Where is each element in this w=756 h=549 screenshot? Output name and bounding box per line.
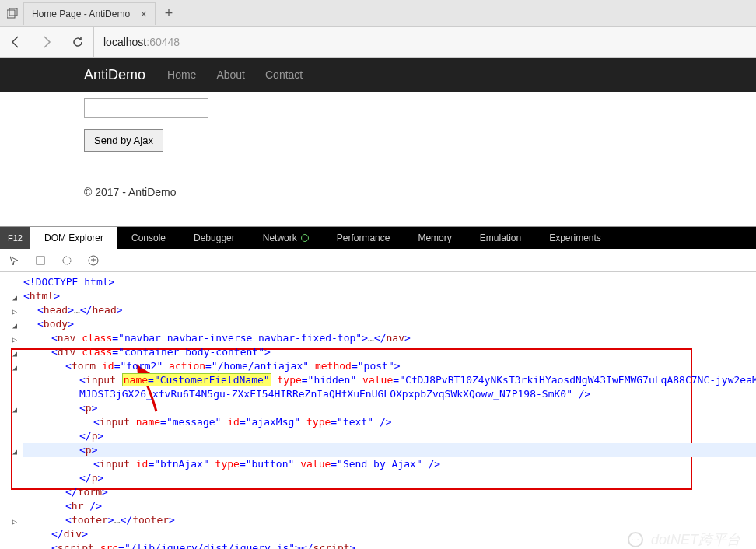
dom-line[interactable]: ▷<nav class="navbar navbar-inverse navba… bbox=[23, 331, 756, 345]
close-tab-icon[interactable]: × bbox=[141, 8, 147, 20]
url-host: localhost bbox=[103, 36, 146, 48]
expand-icon[interactable]: ▷ bbox=[12, 305, 17, 319]
expand-icon[interactable]: ◢ bbox=[12, 347, 17, 361]
brand[interactable]: AntiDemo bbox=[84, 67, 145, 83]
dom-line-selected[interactable]: ◢<p> bbox=[23, 443, 756, 457]
dom-line[interactable]: <input name="message" id="ajaxMsg" type=… bbox=[23, 415, 756, 429]
tab-bar: Home Page - AntiDemo × + bbox=[0, 0, 756, 26]
dom-line[interactable]: <input id="btnAjax" type="button" value=… bbox=[23, 457, 756, 471]
dom-line[interactable]: <hr /> bbox=[23, 499, 756, 513]
tab-title: Home Page - AntiDemo bbox=[32, 9, 133, 19]
forward-button[interactable] bbox=[31, 26, 62, 58]
devtools-panel: F12 DOM Explorer Console Debugger Networ… bbox=[0, 226, 756, 549]
refresh-button[interactable] bbox=[62, 26, 93, 58]
accessibility-icon[interactable] bbox=[87, 254, 100, 267]
tab-console[interactable]: Console bbox=[117, 227, 180, 249]
browser-tab[interactable]: Home Page - AntiDemo × bbox=[23, 2, 156, 25]
page-body: Send by Ajax © 2017 - AntiDemo bbox=[0, 92, 756, 198]
dom-line[interactable]: ◢<form id="form2" action="/home/antiajax… bbox=[23, 359, 756, 373]
dom-line[interactable]: ◢<p> bbox=[23, 401, 756, 415]
select-element-icon[interactable] bbox=[8, 254, 20, 267]
expand-icon[interactable]: ◢ bbox=[12, 361, 17, 375]
expand-icon[interactable]: ▷ bbox=[12, 333, 17, 347]
dom-line[interactable]: </p> bbox=[23, 429, 756, 443]
nav-contact[interactable]: Contact bbox=[265, 68, 303, 81]
svg-rect-0 bbox=[7, 10, 15, 18]
navigation-bar: localhost:60448 bbox=[0, 26, 756, 58]
address-bar[interactable]: localhost:60448 bbox=[93, 27, 756, 57]
tab-emulation[interactable]: Emulation bbox=[466, 227, 535, 249]
back-button[interactable] bbox=[0, 26, 31, 58]
nav-home[interactable]: Home bbox=[167, 68, 196, 81]
highlighted-attribute: name="CustomerFieldName" bbox=[122, 373, 271, 386]
dom-explorer: <!DOCTYPE html> ◢<html> ▷<head>…</head> … bbox=[0, 272, 756, 549]
dom-line[interactable]: ◢<body> bbox=[23, 317, 756, 331]
dom-line[interactable]: </p> bbox=[23, 471, 756, 485]
dom-line[interactable]: <!DOCTYPE html> bbox=[23, 275, 756, 289]
expand-icon[interactable]: ◢ bbox=[12, 403, 17, 417]
page-content: AntiDemo Home About Contact Send by Ajax… bbox=[0, 58, 756, 198]
new-tab-button[interactable]: + bbox=[156, 5, 182, 22]
expand-icon[interactable]: ◢ bbox=[12, 291, 17, 305]
highlight-icon[interactable] bbox=[34, 254, 47, 267]
devtools-tabs: F12 DOM Explorer Console Debugger Networ… bbox=[0, 227, 756, 249]
tab-debugger[interactable]: Debugger bbox=[180, 227, 249, 249]
dom-line[interactable]: <input name="CustomerFieldName" type="hi… bbox=[23, 373, 756, 387]
dom-line[interactable]: ◢<html> bbox=[23, 289, 756, 303]
dom-line[interactable]: MJDSI3jGX26_xfvRu6T4N5gu-ZXxEI54HIRReZnI… bbox=[23, 387, 756, 401]
tab-experiments[interactable]: Experiments bbox=[535, 227, 615, 249]
color-picker-icon[interactable] bbox=[61, 254, 73, 267]
expand-icon[interactable]: ▷ bbox=[12, 515, 17, 529]
nav-about[interactable]: About bbox=[216, 68, 245, 81]
devtools-toolbar bbox=[0, 249, 756, 272]
dom-tree[interactable]: <!DOCTYPE html> ◢<html> ▷<head>…</head> … bbox=[0, 272, 756, 549]
dom-line[interactable]: ◢<div class="container body-content"> bbox=[23, 345, 756, 359]
window-tabs-icon[interactable] bbox=[5, 5, 20, 21]
svg-rect-1 bbox=[9, 8, 17, 16]
dom-line[interactable]: </div> bbox=[23, 527, 756, 541]
site-navbar: AntiDemo Home About Contact bbox=[0, 58, 756, 92]
tab-memory[interactable]: Memory bbox=[404, 227, 465, 249]
dom-line[interactable]: </form> bbox=[23, 485, 756, 499]
dom-line[interactable]: ▷<footer>…</footer> bbox=[23, 513, 756, 527]
svg-rect-2 bbox=[37, 257, 44, 264]
expand-icon[interactable]: ◢ bbox=[12, 319, 17, 333]
record-indicator-icon bbox=[301, 234, 309, 242]
tab-network[interactable]: Network bbox=[249, 227, 323, 249]
svg-point-3 bbox=[63, 257, 71, 264]
tab-performance[interactable]: Performance bbox=[323, 227, 404, 249]
f12-badge: F12 bbox=[0, 227, 30, 249]
message-input[interactable] bbox=[84, 98, 208, 118]
expand-icon[interactable]: ◢ bbox=[12, 445, 17, 459]
browser-chrome: Home Page - AntiDemo × + localhost:60448 bbox=[0, 0, 756, 58]
tab-network-label: Network bbox=[263, 233, 297, 243]
url-port: :60448 bbox=[146, 36, 180, 48]
send-ajax-button[interactable]: Send by Ajax bbox=[84, 129, 163, 152]
dom-line[interactable]: <script src="/lib/jquery/dist/jquery.js"… bbox=[23, 541, 756, 549]
tab-dom-explorer[interactable]: DOM Explorer bbox=[30, 227, 117, 249]
dom-line[interactable]: ▷<head>…</head> bbox=[23, 303, 756, 317]
page-footer: © 2017 - AntiDemo bbox=[84, 186, 756, 198]
